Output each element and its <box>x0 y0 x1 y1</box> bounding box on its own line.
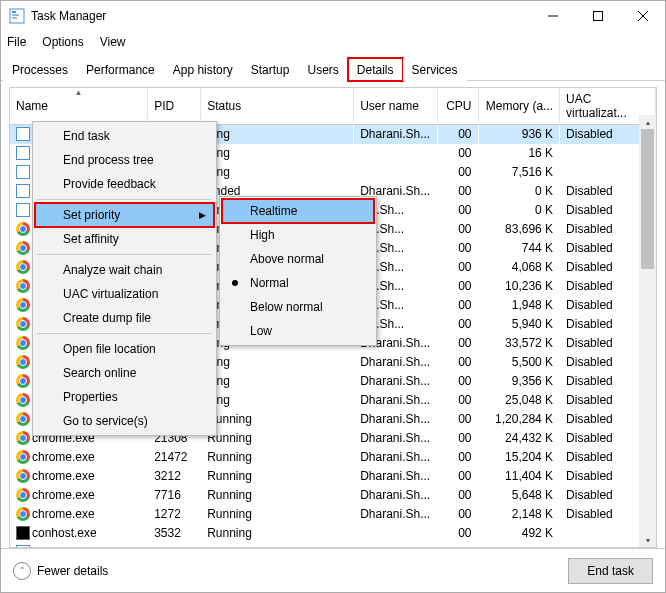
col-user[interactable]: User name <box>354 88 438 125</box>
window-title: Task Manager <box>31 9 530 23</box>
context-menu: End taskEnd process treeProvide feedback… <box>32 121 217 436</box>
process-icon <box>16 355 30 369</box>
process-icon <box>16 431 30 445</box>
fewer-details-toggle[interactable]: ˄ <box>13 562 31 580</box>
tab-processes[interactable]: Processes <box>3 58 77 81</box>
process-icon <box>16 374 30 388</box>
menu-item-create-dump-file[interactable]: Create dump file <box>35 306 214 330</box>
menu-item-end-process-tree[interactable]: End process tree <box>35 148 214 172</box>
tabs: ProcessesPerformanceApp historyStartupUs… <box>1 57 665 81</box>
menu-item-provide-feedback[interactable]: Provide feedback <box>35 172 214 196</box>
priority-submenu: RealtimeHighAbove normalNormalBelow norm… <box>219 196 377 346</box>
tab-users[interactable]: Users <box>298 58 347 81</box>
process-icon <box>16 298 30 312</box>
sort-arrow-icon: ▲ <box>75 88 83 97</box>
menu-options[interactable]: Options <box>42 35 83 49</box>
process-icon <box>16 260 30 274</box>
process-icon <box>16 146 30 160</box>
process-icon <box>16 450 30 464</box>
process-icon <box>16 317 30 331</box>
svg-rect-3 <box>12 17 17 19</box>
maximize-button[interactable] <box>575 1 620 31</box>
minimize-button[interactable] <box>530 1 575 31</box>
bottom-bar: ˄ Fewer details End task <box>1 548 665 592</box>
menu-item-high[interactable]: High <box>222 223 374 247</box>
tab-app-history[interactable]: App history <box>164 58 242 81</box>
scroll-up-icon[interactable]: ▴ <box>639 115 656 129</box>
menu-item-search-online[interactable]: Search online <box>35 361 214 385</box>
menu-item-end-task[interactable]: End task <box>35 124 214 148</box>
col-memory[interactable]: Memory (a... <box>478 88 560 125</box>
tab-performance[interactable]: Performance <box>77 58 164 81</box>
menu-item-below-normal[interactable]: Below normal <box>222 295 374 319</box>
table-row[interactable]: chrome.exe3212RunningDharani.Sh...0011,4… <box>10 467 656 486</box>
svg-rect-1 <box>12 11 16 13</box>
col-name[interactable]: Name▲ <box>10 88 148 125</box>
menu-item-low[interactable]: Low <box>222 319 374 343</box>
table-row[interactable]: chrome.exe21472RunningDharani.Sh...0015,… <box>10 448 656 467</box>
table-row[interactable]: chrome.exe1272RunningDharani.Sh...002,14… <box>10 505 656 524</box>
table-row[interactable]: conhost.exe3532Running00492 K <box>10 524 656 543</box>
col-cpu[interactable]: CPU <box>437 88 478 125</box>
process-icon <box>16 412 30 426</box>
titlebar: Task Manager <box>1 1 665 31</box>
menu-item-go-to-service-s-[interactable]: Go to service(s) <box>35 409 214 433</box>
svg-rect-2 <box>12 14 19 16</box>
col-status[interactable]: Status <box>201 88 354 125</box>
menu-item-above-normal[interactable]: Above normal <box>222 247 374 271</box>
menubar: File Options View <box>1 31 665 53</box>
scroll-down-icon[interactable]: ▾ <box>639 533 656 547</box>
menu-item-normal[interactable]: Normal <box>222 271 374 295</box>
process-icon <box>16 127 30 141</box>
process-icon <box>16 507 30 521</box>
submenu-arrow-icon: ▶ <box>199 210 206 220</box>
radio-dot-icon <box>232 280 238 286</box>
scroll-thumb[interactable] <box>641 129 654 269</box>
menu-item-set-priority[interactable]: Set priority▶ <box>35 203 214 227</box>
menu-item-set-affinity[interactable]: Set affinity <box>35 227 214 251</box>
process-icon <box>16 526 30 540</box>
close-button[interactable] <box>620 1 665 31</box>
fewer-details-label[interactable]: Fewer details <box>37 564 108 578</box>
process-icon <box>16 203 30 217</box>
separator <box>37 199 212 200</box>
process-icon <box>16 488 30 502</box>
separator <box>37 333 212 334</box>
table-row[interactable]: chrome.exe7716RunningDharani.Sh...005,64… <box>10 486 656 505</box>
end-task-button[interactable]: End task <box>568 558 653 584</box>
tab-services[interactable]: Services <box>403 58 467 81</box>
menu-item-uac-virtualization[interactable]: UAC virtualization <box>35 282 214 306</box>
svg-rect-5 <box>593 12 602 21</box>
process-icon <box>16 241 30 255</box>
process-icon <box>16 165 30 179</box>
col-pid[interactable]: PID <box>148 88 201 125</box>
menu-item-properties[interactable]: Properties <box>35 385 214 409</box>
separator <box>37 254 212 255</box>
menu-item-analyze-wait-chain[interactable]: Analyze wait chain <box>35 258 214 282</box>
menu-file[interactable]: File <box>7 35 26 49</box>
scrollbar[interactable]: ▴ ▾ <box>639 115 656 547</box>
menu-item-open-file-location[interactable]: Open file location <box>35 337 214 361</box>
tab-details[interactable]: Details <box>348 58 403 81</box>
process-icon <box>16 279 30 293</box>
tab-startup[interactable]: Startup <box>242 58 299 81</box>
process-icon <box>16 469 30 483</box>
process-icon <box>16 393 30 407</box>
menu-item-realtime[interactable]: Realtime <box>222 199 374 223</box>
menu-view[interactable]: View <box>100 35 126 49</box>
process-icon <box>16 336 30 350</box>
process-icon <box>16 184 30 198</box>
process-icon <box>16 222 30 236</box>
task-manager-icon <box>9 8 25 24</box>
